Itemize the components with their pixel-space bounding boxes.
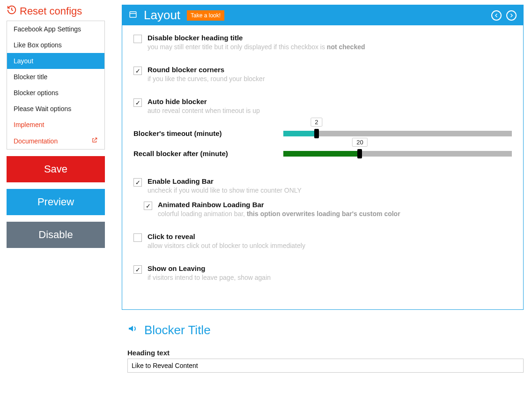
blocker-title-section: Blocker Title Heading text — [122, 323, 524, 373]
checkbox-round-corners[interactable] — [133, 67, 142, 75]
panel-header: Layout Take a look! — [122, 5, 523, 25]
reset-configs-link[interactable]: Reset configs — [7, 5, 105, 18]
sidebar-item-label: Blocker title — [14, 73, 47, 81]
external-link-icon — [91, 137, 98, 145]
field-desc: if you like the curves, round your block… — [148, 75, 265, 82]
reset-configs-label: Reset configs — [20, 5, 82, 17]
field-label: Round blocker corners — [148, 66, 265, 74]
save-button[interactable]: Save — [7, 156, 105, 182]
sidebar-item-blocker-options[interactable]: Blocker options — [7, 85, 104, 101]
sidebar-item-please-wait-options[interactable]: Please Wait options — [7, 101, 104, 117]
sidebar-item-layout[interactable]: Layout — [7, 53, 104, 69]
slider-fill — [283, 151, 360, 157]
slider-recall[interactable]: 20 — [283, 151, 512, 157]
field-label: Auto hide blocker — [148, 98, 260, 105]
field-disable-heading: Disable blocker heading titleyou may sti… — [133, 34, 512, 51]
sidebar-item-like-box-options[interactable]: Like Box options — [7, 37, 104, 53]
field-label: Disable blocker heading title — [148, 34, 365, 42]
sidebar-item-facebook-app-settings[interactable]: Facebook App Settings — [7, 21, 104, 37]
field-desc: if visitors intend to leave page, show a… — [148, 274, 271, 281]
window-icon — [129, 10, 137, 20]
sidebar-item-label: Blocker options — [14, 89, 59, 97]
sidebar-item-implement[interactable]: Implement — [7, 117, 104, 133]
checkbox-enable-loading[interactable] — [133, 178, 142, 187]
sidebar-item-blocker-title[interactable]: Blocker title — [7, 69, 104, 85]
slider-label: Blocker's timeout (minute) — [133, 129, 283, 137]
slider-fill — [283, 131, 317, 136]
checkbox-auto-hide[interactable] — [133, 98, 142, 107]
slider-row-timeout: Blocker's timeout (minute)2 — [133, 129, 512, 137]
take-a-look-chip[interactable]: Take a look! — [187, 10, 224, 21]
sidebar-item-label: Layout — [14, 57, 33, 65]
heading-text-label: Heading text — [127, 349, 524, 357]
field-label: Click to reveal — [148, 232, 305, 240]
disable-button[interactable]: Disable — [7, 222, 105, 248]
slider-timeout[interactable]: 2 — [283, 131, 512, 136]
nav-next-button[interactable] — [506, 10, 517, 21]
field-label: Animated Rainbow Loading Bar — [158, 201, 400, 209]
slider-handle[interactable] — [357, 149, 362, 158]
history-icon — [7, 5, 17, 18]
sidebar-item-label: Documentation — [14, 137, 58, 145]
field-label: Enable Loading Bar — [148, 177, 302, 185]
field-rainbow: Animated Rainbow Loading Barcolorful loa… — [144, 201, 512, 218]
sidebar-item-documentation[interactable]: Documentation — [7, 133, 104, 149]
field-auto-hide: Auto hide blockerauto reveal content whe… — [133, 98, 512, 114]
megaphone-icon — [127, 323, 139, 338]
checkbox-click-reveal[interactable] — [133, 233, 142, 242]
field-label: Show on Leaving — [148, 264, 271, 272]
field-click-reveal: Click to revealallow visitors click out … — [133, 232, 512, 249]
section-title: Blocker Title — [144, 323, 211, 338]
sidebar-item-label: Please Wait options — [14, 105, 71, 112]
slider-value: 20 — [352, 138, 367, 147]
field-round-corners: Round blocker cornersif you like the cur… — [133, 66, 512, 82]
field-desc: you may still enter title but it only di… — [148, 43, 365, 51]
sidebar-item-label: Facebook App Settings — [14, 25, 81, 33]
field-desc: colorful loading animation bar, this opt… — [158, 210, 400, 218]
checkbox-show-leaving[interactable] — [133, 265, 142, 274]
panel-title: Layout — [144, 8, 180, 22]
checkbox-disable-heading[interactable] — [133, 35, 142, 43]
heading-text-input[interactable] — [127, 359, 524, 373]
field-desc: allow visitors click out of blocker to u… — [148, 242, 305, 249]
slider-label: Recall blocker after (minute) — [133, 150, 283, 158]
field-desc: auto reveal content when timeout is up — [148, 107, 260, 114]
field-desc: uncheck if you would like to show time c… — [148, 187, 302, 194]
sidebar-nav: Facebook App SettingsLike Box optionsLay… — [7, 21, 105, 150]
preview-button[interactable]: Preview — [7, 189, 105, 215]
svg-rect-0 — [130, 12, 136, 17]
slider-handle[interactable] — [314, 129, 319, 138]
field-enable-loading: Enable Loading Baruncheck if you would l… — [133, 177, 512, 194]
checkbox-rainbow[interactable] — [144, 202, 152, 210]
field-show-leaving: Show on Leavingif visitors intend to lea… — [133, 264, 512, 281]
sidebar-item-label: Like Box options — [14, 41, 62, 49]
slider-value: 2 — [310, 118, 322, 127]
sidebar-item-label: Implement — [14, 121, 44, 128]
layout-panel: Layout Take a look! Disable blocker head… — [122, 5, 524, 310]
slider-row-recall: Recall blocker after (minute)20 — [133, 150, 512, 158]
nav-prev-button[interactable] — [491, 10, 502, 21]
